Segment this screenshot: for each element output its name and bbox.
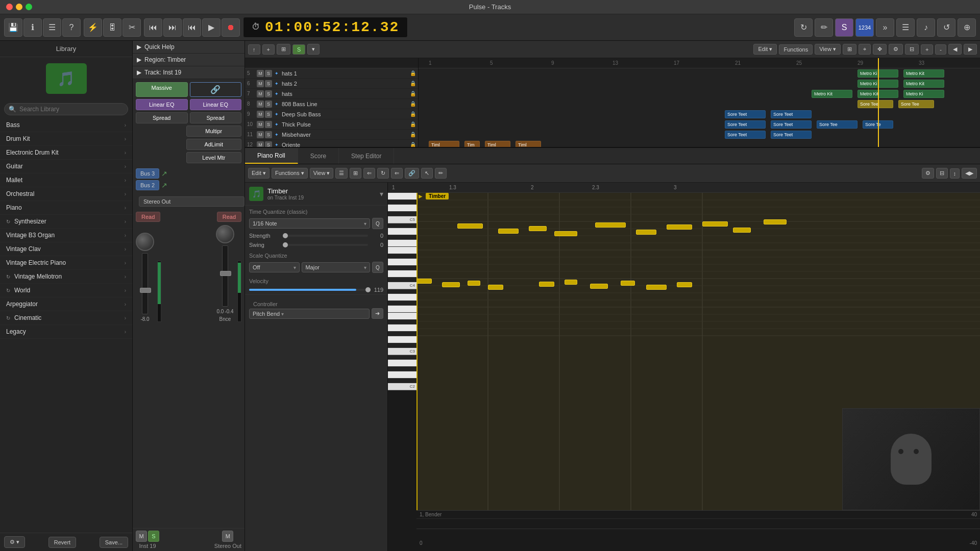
clip[interactable]: Timl — [485, 141, 510, 147]
tab-step-editor[interactable]: Step Editor — [339, 148, 394, 164]
midi-note[interactable] — [702, 221, 728, 227]
s-button[interactable]: S — [292, 44, 305, 55]
list-view-button[interactable]: ☰ — [896, 18, 915, 37]
linear-eq-right[interactable]: Linear EQ — [190, 99, 242, 110]
list-item-world[interactable]: ↻ World › — [0, 284, 132, 297]
piano-key-db4[interactable] — [388, 278, 416, 282]
scale-off-select[interactable]: Off ▾ — [249, 262, 300, 272]
mute-btn-left[interactable]: M — [136, 531, 147, 542]
loop-button[interactable]: ⊞ — [277, 44, 290, 55]
clip[interactable]: Timl — [429, 141, 459, 147]
multipr-plugin[interactable]: Multipr — [186, 126, 242, 137]
piano-key-eb3[interactable] — [388, 332, 416, 336]
midi-note[interactable] — [621, 281, 635, 286]
list-button[interactable]: ☰ — [43, 18, 61, 37]
clip[interactable]: Sore Teet — [725, 120, 766, 129]
piano-key-e4[interactable] — [388, 259, 416, 266]
list-item[interactable]: Guitar › — [0, 160, 132, 173]
list-item[interactable]: Orchestral › — [0, 187, 132, 201]
midi-note[interactable] — [677, 282, 692, 287]
level-mtr-plugin[interactable]: Level Mtr — [186, 152, 242, 163]
revert-button[interactable]: Revert — [48, 537, 76, 548]
save-button[interactable]: 💾 — [4, 18, 22, 37]
info-button[interactable]: ℹ — [23, 18, 42, 37]
quantize-action-btn[interactable]: Q — [372, 218, 383, 229]
piano-key-ab3[interactable] — [388, 306, 416, 313]
piano-key-eb5[interactable] — [388, 200, 416, 205]
midi-note[interactable] — [554, 231, 577, 236]
tab-score[interactable]: Score — [298, 148, 339, 164]
smart-button[interactable]: S — [835, 18, 853, 37]
track-row-10[interactable]: 10 MS✦ Thick Pulse 🔒 — [245, 119, 418, 130]
cpu-button[interactable]: ⚡ — [84, 18, 102, 37]
quick-help-bar[interactable]: ▶ Quick Help — [133, 41, 244, 54]
minimize-button[interactable] — [16, 4, 22, 10]
play-button[interactable]: ▶ — [202, 18, 220, 37]
refresh-button[interactable]: ↻ — [794, 18, 813, 37]
view-menu[interactable]: View ▾ — [815, 44, 841, 55]
clip[interactable]: Sore Tee — [857, 100, 893, 108]
spread-right[interactable]: Spread — [190, 112, 242, 123]
to-start-button[interactable]: ⏮ — [183, 18, 201, 37]
piano-key-ab4[interactable] — [388, 240, 416, 247]
piano-key-eb4[interactable] — [388, 266, 416, 270]
list-item[interactable]: Vintage B3 Organ › — [0, 229, 132, 242]
piano-key-bb4[interactable] — [388, 228, 416, 235]
pr-edit-menu[interactable]: Edit ▾ — [248, 168, 270, 179]
piano-key-g3[interactable] — [388, 313, 416, 320]
pr-settings-btn[interactable]: ⚙ — [922, 168, 934, 179]
drag-tool[interactable]: ✥ — [873, 44, 887, 55]
piano-key-c3[interactable]: C3 — [388, 348, 416, 355]
controller-arrow-btn[interactable]: ➜ — [372, 308, 383, 319]
pr-cursor-btn[interactable]: ↖ — [421, 168, 433, 179]
pan-knob-right[interactable] — [216, 225, 234, 243]
pr-functions-menu[interactable]: Functions ▾ — [272, 168, 308, 179]
zoom-out-btn[interactable]: - — [935, 44, 946, 55]
pan-knob-left[interactable] — [136, 233, 154, 251]
list-item[interactable]: Bass › — [0, 118, 132, 132]
midi-note[interactable] — [498, 229, 519, 234]
piano-key-a2[interactable] — [388, 367, 416, 371]
track-row-11[interactable]: 11 MS✦ Misbehaver 🔒 — [245, 130, 418, 140]
clip[interactable]: Metro Kit — [812, 90, 852, 98]
save-library-button[interactable]: Save... — [100, 537, 128, 548]
rewind-button[interactable]: ⏮ — [144, 18, 162, 37]
fast-forward-button[interactable]: ⏭ — [163, 18, 182, 37]
piano-key-f2[interactable] — [388, 379, 416, 383]
track-row-6[interactable]: 6 MS✦ hats 2 🔒 — [245, 79, 418, 89]
piano-key-c2[interactable]: C2 — [388, 383, 416, 390]
clip[interactable]: Sore Tee — [898, 100, 934, 108]
capture-button[interactable]: ⊕ — [958, 18, 976, 37]
columns-btn[interactable]: ⊟ — [905, 44, 919, 55]
midi-note[interactable] — [529, 226, 547, 231]
settings-cog[interactable]: ⚙ — [889, 44, 903, 55]
midi-note[interactable] — [539, 282, 554, 287]
mute-btn-right[interactable]: M — [222, 531, 233, 542]
link-button[interactable]: 🔗 — [190, 82, 242, 97]
track-row-12[interactable]: 12 MS✦ Oriente 🔒 — [245, 140, 418, 147]
track-row-9[interactable]: 9 MS✦ Deep Sub Bass 🔒 — [245, 109, 418, 119]
add-track-button[interactable]: + — [262, 44, 275, 55]
search-box[interactable]: 🔍 — [4, 103, 128, 115]
piano-key-bb2[interactable] — [388, 360, 416, 367]
midi-note[interactable] — [468, 281, 480, 286]
pr-tool1[interactable]: ⇐ — [363, 168, 375, 179]
midi-note[interactable] — [590, 284, 608, 289]
tab-piano-roll[interactable]: Piano Roll — [245, 148, 298, 164]
piano-key-c5[interactable]: C5 — [388, 216, 416, 223]
clip[interactable]: Sore Teet — [771, 120, 812, 129]
list-item-synthesizer[interactable]: ↻ Synthesizer › — [0, 215, 132, 229]
swing-slider[interactable] — [283, 244, 368, 246]
pointer-tool[interactable]: ⊞ — [843, 44, 856, 55]
bus2-button[interactable]: Bus 2 — [136, 180, 159, 190]
pr-list-btn[interactable]: ☰ — [335, 168, 348, 179]
piano-key-a3[interactable] — [388, 301, 416, 306]
loop-button[interactable]: ↺ — [937, 18, 955, 37]
arrow-left-btn[interactable]: ◀ — [948, 44, 962, 55]
clip[interactable]: Sore Teet — [725, 110, 766, 118]
list-item[interactable]: Vintage Clav › — [0, 242, 132, 256]
list-item[interactable]: Electronic Drum Kit › — [0, 146, 132, 160]
piano-key-g2[interactable] — [388, 371, 416, 379]
search-input[interactable] — [19, 106, 124, 113]
pr-pencil-btn[interactable]: ✏ — [435, 168, 447, 179]
